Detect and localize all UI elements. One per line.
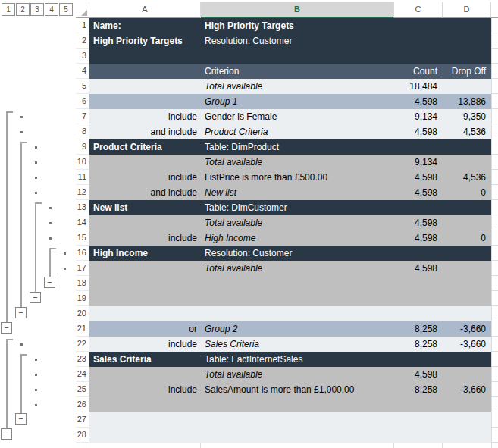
collapse-group-button[interactable]: − [44,277,55,288]
cell-A16[interactable]: High Income [89,246,201,261]
cell-A13[interactable]: New list [89,200,201,215]
cell-C5[interactable]: 18,484 [394,79,443,94]
row-header-21[interactable]: 21 [76,321,89,337]
cell-C10[interactable]: 9,134 [394,155,443,170]
cell-A3[interactable] [89,49,201,64]
cell-B6[interactable]: Group 1 [201,94,394,109]
row-header-7[interactable]: 7 [76,109,89,124]
row-header-27[interactable]: 27 [76,412,89,428]
row-header-28[interactable]: 28 [76,428,89,443]
cell-A20[interactable] [89,306,201,321]
cell-A5[interactable] [89,79,201,94]
cell-B9[interactable]: Table: DimProduct [201,139,394,155]
outline-level-button-1[interactable]: 1 [2,3,15,16]
cell-D22[interactable]: -3,660 [443,337,491,352]
outline-level-button-4[interactable]: 4 [45,3,58,16]
cell-D20[interactable] [443,306,491,321]
cell-A9[interactable]: Product Criteria [89,139,201,155]
cell-A25[interactable]: include [89,382,201,397]
cell-D7[interactable]: 9,350 [443,109,491,124]
cell-A8[interactable]: and include [89,124,201,139]
cell-A24[interactable] [89,367,201,382]
collapse-group-button[interactable]: − [1,428,12,440]
cell-B13[interactable]: Table: DimCustomer [201,200,394,215]
cell-C17[interactable]: 4,598 [394,261,443,276]
cell-A2[interactable]: High Priority Targets [89,33,201,49]
row-header-5[interactable]: 5 [76,79,89,94]
cell-B21[interactable]: Group 2 [201,321,394,337]
cell-B4[interactable]: Criterion [201,64,394,79]
cell-B5[interactable]: Total available [201,79,394,94]
row-header-15[interactable]: 15 [76,230,89,246]
cell-A7[interactable]: include [89,109,201,124]
row-header-14[interactable]: 14 [76,215,89,230]
cell-D3[interactable] [443,49,491,64]
row-header-3[interactable]: 3 [76,49,89,64]
cell-A21[interactable]: or [89,321,201,337]
cell-C12[interactable]: 4,598 [394,185,443,200]
cell-B28[interactable] [201,428,394,443]
cell-D10[interactable] [443,155,491,170]
outline-level-button-2[interactable]: 2 [16,3,30,16]
cell-C14[interactable]: 4,598 [394,215,443,230]
row-header-22[interactable]: 22 [76,337,89,352]
cell-D19[interactable] [443,291,491,306]
cell-C18[interactable] [394,276,443,291]
cell-C26[interactable] [394,397,443,412]
cell-B26[interactable] [201,397,394,412]
cell-B8[interactable]: Product Criteria [201,124,394,139]
cell-C11[interactable]: 4,598 [394,170,443,185]
cell-B24[interactable]: Total available [201,367,394,382]
cell-B19[interactable] [201,291,394,306]
row-header-16[interactable]: 16 [76,246,89,261]
cell-C3[interactable] [394,49,443,64]
row-header-18[interactable]: 18 [76,276,89,291]
row-header-1[interactable]: 1 [76,18,89,33]
cell-D28[interactable] [443,428,491,443]
cell-D6[interactable]: 13,886 [443,94,491,109]
cell-B16[interactable]: Resolution: Customer [201,246,394,261]
cell-B23[interactable]: Table: FactInternetSales [201,352,394,367]
row-header-11[interactable]: 11 [76,170,89,185]
cell-C21[interactable]: 8,258 [394,321,443,337]
cell-A17[interactable] [89,261,201,276]
cell-C20[interactable] [394,306,443,321]
column-header-a[interactable]: A [89,2,201,18]
cell-C6[interactable]: 4,598 [394,94,443,109]
cell-C24[interactable]: 4,598 [394,367,443,382]
cell-D16[interactable] [443,246,491,261]
cell-C9[interactable] [394,139,443,155]
cell-B17[interactable]: Total available [201,261,394,276]
cell-B12[interactable]: New list [201,185,394,200]
cell-A19[interactable] [89,291,201,306]
cell-A11[interactable]: include [89,170,201,185]
cell-B1[interactable]: High Priority Targets [201,18,394,33]
cell-A27[interactable] [89,412,201,428]
cell-B20[interactable] [201,306,394,321]
collapse-group-button[interactable]: − [1,322,12,334]
cell-B25[interactable]: SalesAmount is more than £1,000.00 [201,382,394,397]
cell-B22[interactable]: Sales Criteria [201,337,394,352]
outline-level-button-5[interactable]: 5 [59,3,73,16]
cell-D13[interactable] [443,200,491,215]
cell-B15[interactable]: High Income [201,230,394,246]
row-header-8[interactable]: 8 [76,124,89,139]
row-header-26[interactable]: 26 [76,397,89,412]
cell-D25[interactable]: -3,660 [443,382,491,397]
select-all-corner[interactable] [76,2,89,18]
column-header-d[interactable]: D [443,2,491,18]
collapse-group-button[interactable]: − [15,307,27,318]
cell-A18[interactable] [89,276,201,291]
cell-D18[interactable] [443,276,491,291]
cell-A23[interactable]: Sales Criteria [89,352,201,367]
cell-D26[interactable] [443,397,491,412]
cell-A22[interactable]: include [89,337,201,352]
row-header-17[interactable]: 17 [76,261,89,276]
cell-C15[interactable]: 4,598 [394,230,443,246]
cell-D15[interactable]: 0 [443,230,491,246]
cell-A26[interactable] [89,397,201,412]
cell-B18[interactable] [201,276,394,291]
row-header-6[interactable]: 6 [76,94,89,109]
cell-C1[interactable] [394,18,443,33]
cell-B11[interactable]: ListPrice is more than £500.00 [201,170,394,185]
